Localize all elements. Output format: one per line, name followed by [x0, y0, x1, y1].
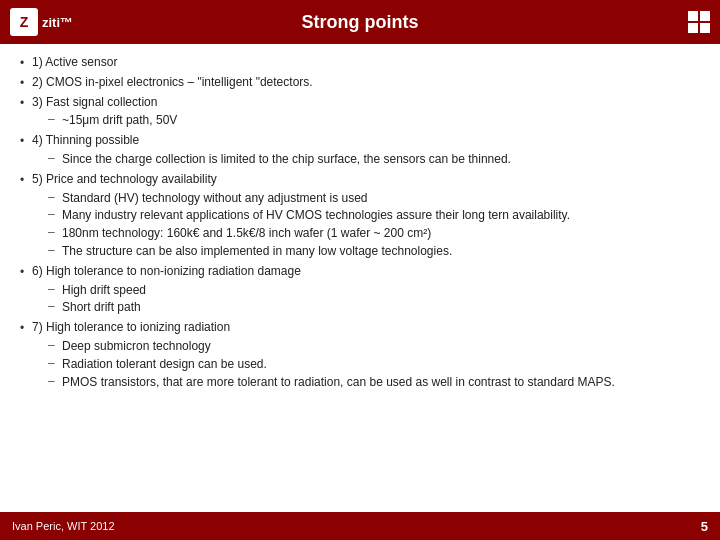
content-area: •1) Active sensor•2) CMOS in-pixel elect…	[0, 44, 720, 512]
bullet-dot: •	[20, 134, 26, 148]
bullet-section-3: •3) Fast signal collection–~15μm drift p…	[20, 94, 700, 130]
dash-icon: –	[48, 374, 56, 388]
sub-text: Radiation tolerant design can be used.	[62, 356, 267, 373]
sub-item: –PMOS transistors, that are more toleran…	[48, 374, 700, 391]
footer: Ivan Peric, WIT 2012 5	[0, 512, 720, 540]
sub-text: Many industry relevant applications of H…	[62, 207, 570, 224]
bullet-item: •6) High tolerance to non-ionizing radia…	[20, 263, 700, 280]
sub-item: –180nm technology: 160k€ and 1.5k€/8 inc…	[48, 225, 700, 242]
sub-item: –~15μm drift path, 50V	[48, 112, 700, 129]
sub-item: –Many industry relevant applications of …	[48, 207, 700, 224]
bullet-section-1: •1) Active sensor	[20, 54, 700, 71]
sub-item: –Short drift path	[48, 299, 700, 316]
sub-text: Deep submicron technology	[62, 338, 211, 355]
bullet-section-5: •5) Price and technology availability–St…	[20, 171, 700, 260]
sub-item: –Standard (HV) technology without any ad…	[48, 190, 700, 207]
bullet-item: •1) Active sensor	[20, 54, 700, 71]
bullet-item: •5) Price and technology availability	[20, 171, 700, 188]
sub-item: –Radiation tolerant design can be used.	[48, 356, 700, 373]
sub-item: –Since the charge collection is limited …	[48, 151, 700, 168]
bullet-item: •4) Thinning possible	[20, 132, 700, 149]
bullet-text: 2) CMOS in-pixel electronics – "intellig…	[32, 74, 313, 91]
bullet-dot: •	[20, 56, 26, 70]
dash-icon: –	[48, 151, 56, 165]
bullet-dot: •	[20, 76, 26, 90]
sub-item: –The structure can be also implemented i…	[48, 243, 700, 260]
sub-text: 180nm technology: 160k€ and 1.5k€/8 inch…	[62, 225, 431, 242]
dash-icon: –	[48, 112, 56, 126]
bullet-item: •2) CMOS in-pixel electronics – "intelli…	[20, 74, 700, 91]
bullet-item: •3) Fast signal collection	[20, 94, 700, 111]
dash-icon: –	[48, 299, 56, 313]
page-title: Strong points	[302, 12, 419, 33]
footer-author: Ivan Peric, WIT 2012	[12, 520, 115, 532]
bullet-section-2: •2) CMOS in-pixel electronics – "intelli…	[20, 74, 700, 91]
bullet-text: 4) Thinning possible	[32, 132, 139, 149]
dash-icon: –	[48, 207, 56, 221]
bullet-dot: •	[20, 265, 26, 279]
dash-icon: –	[48, 356, 56, 370]
dash-icon: –	[48, 282, 56, 296]
sub-text: The structure can be also implemented in…	[62, 243, 452, 260]
logo-text: ziti™	[42, 15, 73, 30]
bullet-text: 7) High tolerance to ionizing radiation	[32, 319, 230, 336]
bullet-dot: •	[20, 321, 26, 335]
logo-z-letter: Z	[20, 14, 29, 30]
bullet-section-7: •7) High tolerance to ionizing radiation…	[20, 319, 700, 390]
grid-icon	[688, 11, 710, 33]
bullet-text: 6) High tolerance to non-ionizing radiat…	[32, 263, 301, 280]
sub-item: –Deep submicron technology	[48, 338, 700, 355]
sub-item: –High drift speed	[48, 282, 700, 299]
sub-text: ~15μm drift path, 50V	[62, 112, 177, 129]
bullet-text: 5) Price and technology availability	[32, 171, 217, 188]
bullet-text: 3) Fast signal collection	[32, 94, 157, 111]
logo-area: Z ziti™	[10, 8, 73, 36]
dash-icon: –	[48, 243, 56, 257]
header: Z ziti™ Strong points	[0, 0, 720, 44]
bullet-section-4: •4) Thinning possible–Since the charge c…	[20, 132, 700, 168]
sub-text: High drift speed	[62, 282, 146, 299]
dash-icon: –	[48, 225, 56, 239]
bullet-item: •7) High tolerance to ionizing radiation	[20, 319, 700, 336]
bullet-dot: •	[20, 173, 26, 187]
sub-text: Short drift path	[62, 299, 141, 316]
dash-icon: –	[48, 190, 56, 204]
sub-text: Since the charge collection is limited t…	[62, 151, 511, 168]
sub-text: PMOS transistors, that are more tolerant…	[62, 374, 615, 391]
bullet-dot: •	[20, 96, 26, 110]
bullet-text: 1) Active sensor	[32, 54, 117, 71]
footer-page: 5	[701, 519, 708, 534]
dash-icon: –	[48, 338, 56, 352]
logo-box: Z	[10, 8, 38, 36]
bullet-section-6: •6) High tolerance to non-ionizing radia…	[20, 263, 700, 316]
sub-text: Standard (HV) technology without any adj…	[62, 190, 368, 207]
